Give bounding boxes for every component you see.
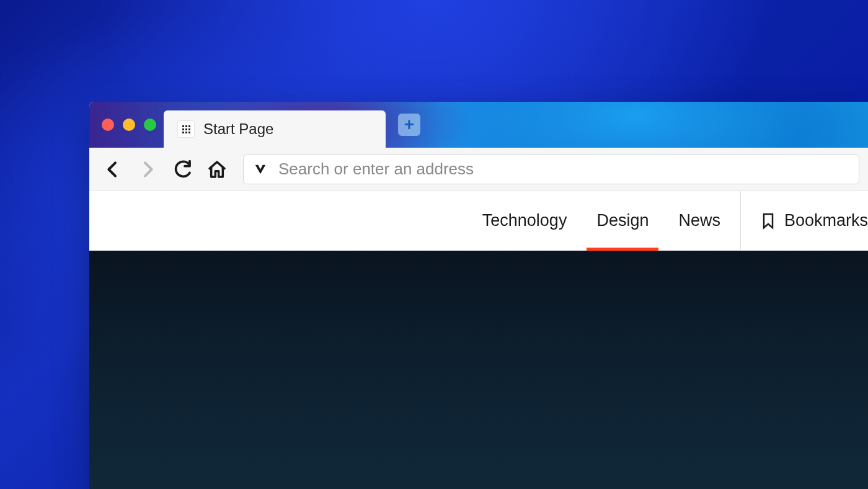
nav-item-design[interactable]: Design — [582, 191, 663, 250]
start-page-nav: Technology Design News Bookmarks — [89, 191, 868, 251]
reload-icon — [172, 159, 192, 179]
nav-divider — [740, 191, 741, 250]
home-button[interactable] — [202, 155, 232, 184]
nav-item-label: News — [678, 211, 720, 230]
speed-dial-icon — [177, 120, 195, 138]
new-tab-button[interactable]: + — [398, 114, 420, 136]
address-bar[interactable] — [243, 155, 859, 184]
window-minimize-button[interactable] — [123, 119, 135, 131]
bookmark-icon — [761, 212, 776, 230]
window-maximize-button[interactable] — [144, 119, 156, 131]
nav-item-label: Design — [596, 211, 649, 230]
toolbar — [89, 148, 868, 191]
start-page-content — [89, 251, 868, 489]
reload-button[interactable] — [167, 155, 197, 184]
home-icon — [207, 159, 227, 179]
nav-item-label: Technology — [482, 211, 567, 230]
vivaldi-icon — [254, 163, 267, 176]
window-controls — [89, 102, 164, 148]
tab-start-page[interactable]: Start Page — [164, 110, 386, 148]
browser-window: Start Page + — [89, 102, 868, 489]
nav-item-news[interactable]: News — [663, 191, 735, 250]
nav-item-technology[interactable]: Technology — [467, 191, 582, 250]
back-button[interactable] — [98, 155, 128, 184]
address-input[interactable] — [278, 159, 849, 179]
speed-dial-groups: Technology Design News — [467, 191, 735, 250]
plus-icon: + — [404, 116, 414, 133]
chevron-left-icon — [103, 159, 123, 179]
tab-title: Start Page — [203, 120, 273, 138]
bookmarks-label: Bookmarks — [784, 211, 868, 230]
bookmarks-button[interactable]: Bookmarks — [746, 191, 868, 250]
chevron-right-icon — [138, 159, 157, 179]
window-close-button[interactable] — [102, 119, 114, 131]
forward-button[interactable] — [133, 155, 162, 184]
tab-bar: Start Page + — [89, 102, 868, 148]
